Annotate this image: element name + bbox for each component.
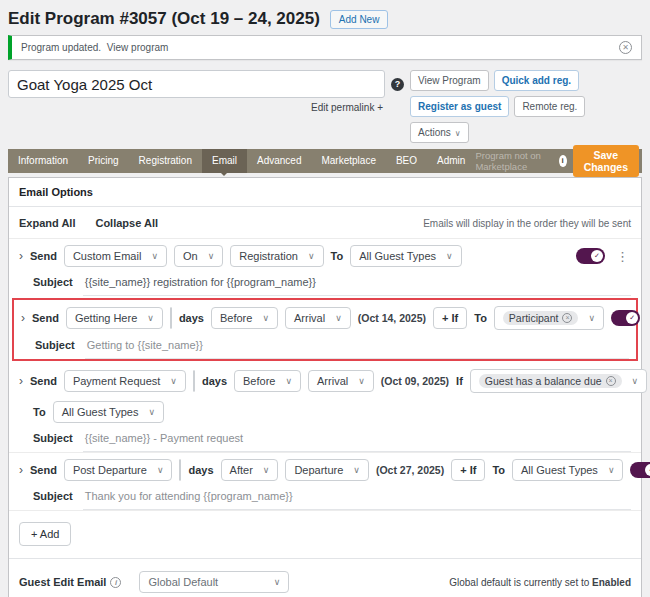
- note-value: Enabled: [592, 577, 631, 588]
- before-after-select[interactable]: Before∨: [234, 370, 301, 392]
- chevron-down-icon: ∨: [308, 251, 315, 261]
- before-after-select[interactable]: Before∨: [211, 307, 278, 329]
- chevron-down-icon: ∨: [632, 376, 639, 386]
- actions-dropdown[interactable]: Actions∨: [410, 122, 469, 143]
- expand-row-icon[interactable]: ›: [19, 249, 23, 263]
- email-list-controls: Expand All Collapse All Emails will disp…: [9, 207, 641, 238]
- email-template-select[interactable]: Getting Here∨: [66, 307, 163, 329]
- tab-beo[interactable]: BEO: [386, 149, 427, 173]
- chevron-down-icon: ∨: [285, 376, 292, 386]
- days-value[interactable]: 10: [194, 371, 195, 391]
- chevron-down-icon: ∨: [262, 313, 269, 323]
- tab-information[interactable]: Information: [8, 149, 78, 173]
- program-action-buttons: View Program Quick add reg. Register as …: [410, 70, 642, 143]
- days-stepper[interactable]: 10▲▼: [193, 370, 195, 392]
- if-label: If: [456, 375, 463, 387]
- to-value: All Guest Types: [359, 250, 436, 262]
- info-icon[interactable]: i: [110, 577, 121, 588]
- to-select[interactable]: All Guest Types∨: [512, 459, 623, 481]
- tab-marketplace[interactable]: Marketplace: [311, 149, 385, 173]
- add-new-button[interactable]: Add New: [330, 10, 389, 29]
- view-program-link[interactable]: View program: [107, 42, 169, 53]
- expand-all-button[interactable]: Expand All: [19, 217, 75, 229]
- guest-edit-email-select[interactable]: Global Default∨: [139, 571, 289, 593]
- to-select[interactable]: All Guest Types∨: [350, 245, 461, 267]
- remove-chip-icon[interactable]: ×: [562, 313, 572, 323]
- to-label: To: [474, 312, 487, 324]
- days-label: days: [188, 464, 213, 476]
- subject-input[interactable]: Getting to {{site_name}}: [85, 339, 629, 359]
- tab-pricing[interactable]: Pricing: [78, 149, 129, 173]
- template-value: Getting Here: [75, 312, 137, 324]
- email-enabled-toggle[interactable]: ✓: [630, 462, 650, 478]
- email-row-getting-here: › Send Getting Here∨ 5▲▼ days Before∨ Ar…: [12, 298, 638, 361]
- marketplace-info-icon[interactable]: i: [559, 155, 567, 167]
- email-template-select[interactable]: Payment Request∨: [64, 370, 186, 392]
- expand-row-icon[interactable]: ›: [19, 374, 23, 388]
- chip-label: Guest has a balance due: [485, 375, 602, 387]
- when-value: Before: [220, 312, 252, 324]
- event-select[interactable]: Departure∨: [285, 459, 369, 481]
- edit-permalink-link[interactable]: Edit permalink +: [8, 98, 385, 113]
- guest-type-chip: Participant×: [503, 311, 579, 325]
- dismiss-notice-icon[interactable]: ✕: [619, 41, 632, 54]
- toggle-check-icon: ✓: [591, 250, 603, 262]
- tab-advanced[interactable]: Advanced: [247, 149, 311, 173]
- program-tabbar: Information Pricing Registration Email A…: [8, 149, 642, 173]
- add-email-button[interactable]: + Add: [19, 522, 71, 546]
- template-value: Custom Email: [73, 250, 141, 262]
- condition-select[interactable]: Guest has a balance due×∨: [470, 369, 647, 393]
- chevron-down-icon: ∨: [588, 313, 595, 323]
- days-value[interactable]: 3: [180, 460, 181, 480]
- subject-input[interactable]: Thank you for attending {{program_name}}: [83, 490, 631, 510]
- remote-reg-button[interactable]: Remote reg.: [514, 96, 585, 117]
- event-value: Arrival: [317, 375, 348, 387]
- view-program-button[interactable]: View Program: [410, 70, 489, 91]
- collapse-all-button[interactable]: Collapse All: [95, 217, 158, 229]
- event-select[interactable]: Arrival∨: [308, 370, 374, 392]
- register-as-guest-button[interactable]: Register as guest: [410, 96, 509, 117]
- days-stepper[interactable]: 5▲▼: [170, 307, 172, 329]
- condition-chip: Guest has a balance due×: [479, 374, 622, 388]
- subject-input[interactable]: {{site_name}} registration for {{program…: [83, 276, 631, 296]
- timing-mode-select[interactable]: On∨: [174, 245, 223, 267]
- row-menu-icon[interactable]: ⋮: [614, 249, 631, 264]
- to-multiselect[interactable]: Participant×∨: [494, 306, 604, 330]
- subject-input[interactable]: {{site_name}} - Payment request: [83, 432, 631, 452]
- before-after-select[interactable]: After∨: [221, 459, 279, 481]
- email-row-custom-email: › Send Custom Email∨ On∨ Registration∨ T…: [9, 238, 641, 296]
- chevron-down-icon: ∨: [335, 313, 342, 323]
- email-order-note: Emails will display in the order they wi…: [423, 218, 631, 229]
- email-enabled-toggle[interactable]: ✓: [576, 248, 605, 264]
- add-if-button[interactable]: + If: [451, 459, 485, 481]
- subject-label: Subject: [35, 339, 75, 351]
- save-changes-button[interactable]: Save Changes: [573, 145, 639, 177]
- program-title-input[interactable]: Goat Yoga 2025 Oct: [8, 70, 385, 98]
- guest-edit-email-row: Guest Edit Emaili Global Default∨ Global…: [9, 559, 641, 597]
- to-select[interactable]: All Guest Types∨: [53, 401, 164, 423]
- mode-value: On: [183, 250, 198, 262]
- title-help-icon[interactable]: ?: [391, 78, 404, 91]
- expand-row-icon[interactable]: ›: [19, 463, 23, 477]
- tab-registration[interactable]: Registration: [129, 149, 202, 173]
- email-template-select[interactable]: Post Departure∨: [64, 459, 173, 481]
- tab-email[interactable]: Email: [202, 149, 247, 173]
- days-label: days: [179, 312, 204, 324]
- email-enabled-toggle[interactable]: ✓: [611, 310, 640, 326]
- chevron-down-icon: ∨: [148, 407, 155, 417]
- email-options-title: Email Options: [9, 178, 641, 207]
- email-template-select[interactable]: Custom Email∨: [64, 245, 167, 267]
- add-if-button[interactable]: + If: [433, 307, 467, 329]
- days-value[interactable]: 5: [171, 308, 172, 328]
- expand-row-icon[interactable]: ›: [21, 311, 25, 325]
- to-label: To: [331, 250, 344, 262]
- quick-add-reg-button[interactable]: Quick add reg.: [494, 70, 579, 91]
- chevron-down-icon: ∨: [358, 376, 365, 386]
- event-select[interactable]: Arrival∨: [285, 307, 351, 329]
- event-select[interactable]: Registration∨: [230, 245, 323, 267]
- event-value: Registration: [239, 250, 298, 262]
- days-stepper[interactable]: 3▲▼: [179, 459, 181, 481]
- remove-chip-icon[interactable]: ×: [606, 376, 616, 386]
- tab-admin[interactable]: Admin: [427, 149, 475, 173]
- actions-label: Actions: [418, 127, 451, 138]
